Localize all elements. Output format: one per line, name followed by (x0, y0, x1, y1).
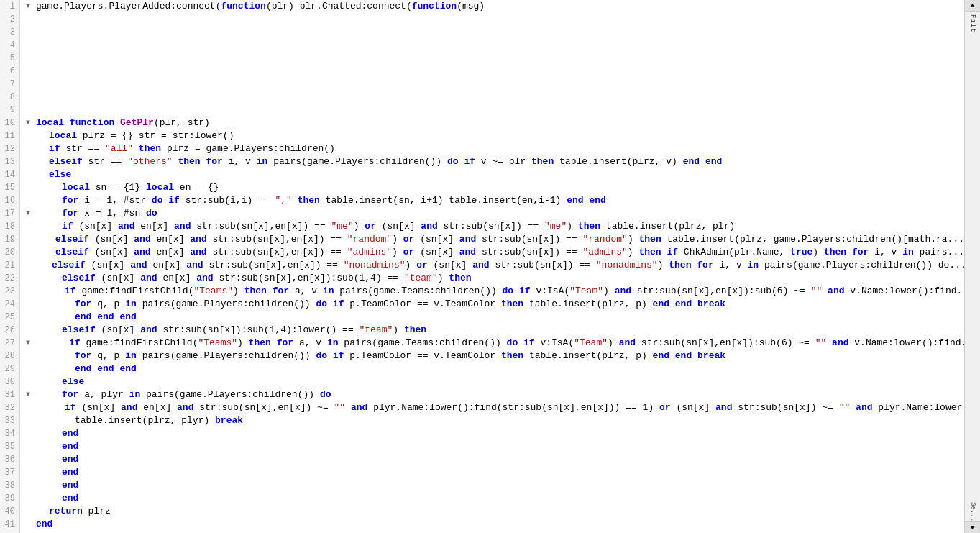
code-line: end (26, 427, 964, 440)
code-line: end (26, 440, 964, 453)
line-number: 9 (4, 104, 15, 117)
code-line: elseif str == "others" then for i, v in … (26, 155, 964, 168)
code-line: else (26, 168, 964, 181)
code-line: end (26, 479, 964, 492)
code-content: for i = 1, #str do if str:sub(i,i) == ",… (62, 194, 606, 207)
code-line: if game:findFirstChild("Teams") then for… (26, 337, 964, 350)
code-line: if str == "all" then plrz = game.Players… (26, 142, 964, 155)
code-content: elseif (sn[x] and en[x] and str:sub(sn[x… (55, 233, 964, 246)
code-content: local plrz = {} str = str:lower() (49, 129, 234, 142)
code-content: elseif (sn[x] and str:sub(sn[x]):sub(1,4… (62, 324, 426, 337)
code-line: elseif (sn[x] and en[x] and str:sub(sn[x… (26, 246, 964, 259)
code-content: end (62, 466, 78, 479)
code-content: for q, p in pairs(game.Players:children(… (75, 350, 725, 363)
code-line (26, 13, 964, 26)
fold-arrow[interactable] (26, 337, 30, 350)
filter-label: Filt (969, 14, 976, 33)
fold-arrow[interactable] (26, 388, 36, 401)
code-content: end (62, 453, 78, 466)
code-content: for x = 1, #sn do (62, 207, 157, 220)
code-content: if (sn[x] and en[x] and str:sub(sn[x],en… (65, 401, 964, 414)
line-number: 31 (4, 388, 15, 401)
line-number: 20 (4, 246, 15, 259)
search-label: Se... (969, 502, 976, 521)
code-content: end (62, 440, 78, 453)
code-line (26, 39, 964, 52)
code-line: local plrz = {} str = str:lower() (26, 129, 964, 142)
code-line: for x = 1, #sn do (26, 207, 964, 220)
line-number: 10 (4, 117, 15, 129)
line-number: 32 (4, 401, 15, 414)
line-number: 4 (4, 39, 15, 52)
code-line: elseif (sn[x] and str:sub(sn[x]):sub(1,4… (26, 324, 964, 337)
line-number: 41 (4, 518, 15, 531)
code-line: table.insert(plrz, plyr) break (26, 414, 964, 427)
code-line: end end end (26, 311, 964, 324)
line-number: 33 (4, 414, 15, 427)
line-number: 15 (4, 181, 15, 194)
code-content: local sn = {1} local en = {} (62, 181, 219, 194)
code-line: end (26, 453, 964, 466)
code-line: if (sn[x] and en[x] and str:sub(sn[x],en… (26, 401, 964, 414)
line-number: 38 (4, 479, 15, 492)
code-content: end (36, 518, 52, 531)
code-content: end end end (75, 311, 137, 324)
line-number: 16 (4, 194, 15, 207)
fold-arrow[interactable] (26, 0, 36, 13)
code-line: end (26, 466, 964, 479)
code-content: for a, plyr in pairs(game.Players:childr… (62, 388, 331, 401)
line-number: 39 (4, 492, 15, 505)
scroll-down-button[interactable]: ▼ (965, 521, 980, 533)
code-content: else (62, 375, 84, 388)
code-line: elseif (sn[x] and en[x] and str:sub(sn[x… (26, 233, 964, 246)
line-number: 1 (4, 0, 15, 13)
code-content: elseif (sn[x] and en[x] and str:sub(sn[x… (52, 259, 964, 272)
line-number: 25 (4, 311, 15, 324)
line-number: 37 (4, 466, 15, 479)
fold-arrow[interactable] (26, 117, 36, 129)
line-number: 34 (4, 427, 15, 440)
code-line: end (26, 492, 964, 505)
line-number: 24 (4, 298, 15, 311)
code-line: if game:findFirstChild("Teams") then for… (26, 285, 964, 298)
line-number: 12 (4, 142, 15, 155)
line-number: 22 (4, 272, 15, 285)
line-number: 7 (4, 78, 15, 91)
code-content: elseif str == "others" then for i, v in … (49, 155, 722, 168)
line-number: 6 (4, 65, 15, 78)
line-number: 13 (4, 155, 15, 168)
scroll-up-button[interactable]: ▲ (965, 0, 980, 12)
fold-arrow[interactable] (26, 207, 36, 220)
line-number: 3 (4, 26, 15, 39)
code-line: elseif (sn[x] and en[x] and str:sub(sn[x… (26, 272, 964, 285)
right-panel: ▲ Filt Se... ▼ (964, 0, 980, 533)
line-number: 2 (4, 13, 15, 26)
code-line: end (26, 518, 964, 531)
code-line (26, 65, 964, 78)
line-number: 21 (4, 259, 15, 272)
code-content: game.Players.PlayerAdded:connect(functio… (36, 0, 485, 13)
line-number: 14 (4, 168, 15, 181)
line-numbers: 1234567891011121314151617181920212223242… (0, 0, 20, 533)
code-content: end (62, 479, 78, 492)
code-content: if (sn[x] and en[x] and str:sub(sn[x],en… (62, 220, 735, 233)
code-content: if game:findFirstChild("Teams") then for… (65, 285, 964, 298)
code-line: for q, p in pairs(game.Players:children(… (26, 298, 964, 311)
code-content: elseif (sn[x] and en[x] and str:sub(sn[x… (55, 246, 964, 259)
code-content: if str == "all" then plrz = game.Players… (49, 142, 335, 155)
code-line (26, 91, 964, 104)
code-line: local sn = {1} local en = {} (26, 181, 964, 194)
code-line: if (sn[x] and en[x] and str:sub(sn[x],en… (26, 220, 964, 233)
line-number: 11 (4, 129, 15, 142)
line-number: 17 (4, 207, 15, 220)
code-line: for q, p in pairs(game.Players:children(… (26, 350, 964, 363)
line-number: 5 (4, 52, 15, 65)
line-number: 23 (4, 285, 15, 298)
code-area[interactable]: game.Players.PlayerAdded:connect(functio… (20, 0, 964, 533)
code-line: else (26, 375, 964, 388)
code-line: local function GetPlr(plr, str) (26, 117, 964, 129)
line-number: 30 (4, 375, 15, 388)
code-line: for i = 1, #str do if str:sub(i,i) == ",… (26, 194, 964, 207)
line-number: 36 (4, 453, 15, 466)
code-content: end (62, 427, 78, 440)
